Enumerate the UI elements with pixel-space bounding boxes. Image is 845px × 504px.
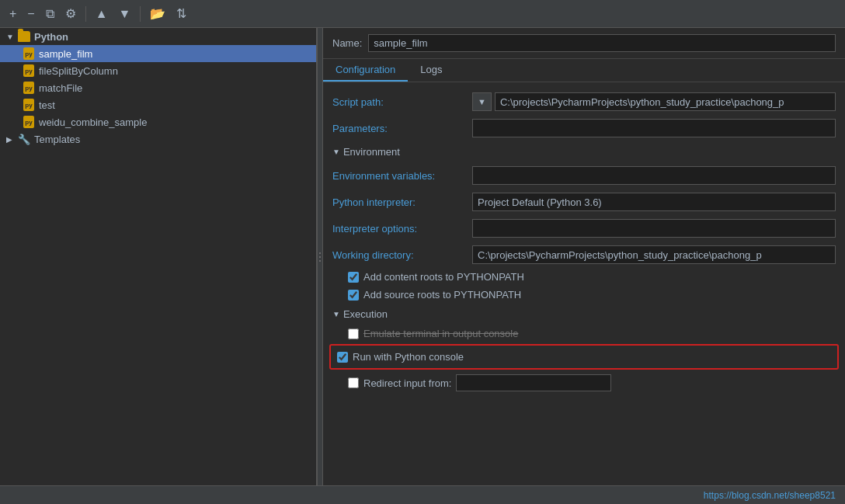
toolbar: + − ⧉ ⚙ ▲ ▼ 📂 ⇅ [0,0,845,28]
env-variables-label: Environment variables: [332,170,472,182]
py-file-icon-2: py [22,82,36,94]
interpreter-options-row: Interpreter options: [323,215,845,242]
env-variables-row: Environment variables: [323,162,845,189]
templates-arrow: ▶ [6,135,17,144]
settings-icon[interactable]: ⚙ [62,5,79,23]
tree-item-weidu[interactable]: py weidu_combine_sample [0,113,316,130]
tree-root-label: Python [34,31,68,43]
add-content-roots-row: Add content roots to PYTHONPATH [323,268,845,286]
main-area: ▼ Python py sample_film py fileSplitByCo… [0,28,845,485]
tree-item-label-3: test [39,99,55,111]
emulate-terminal-checkbox[interactable] [348,328,359,339]
script-path-input[interactable] [495,92,836,111]
run-python-console-checkbox[interactable] [337,352,348,363]
env-variables-control [472,166,836,185]
python-interpreter-row: Python interpreter: [323,189,845,215]
execution-section-header[interactable]: ▼ Execution [323,304,845,325]
config-content: Script path: ▼ Parameters: ▼ Environment [323,82,845,485]
arrow-up-icon[interactable]: ▲ [92,5,111,23]
working-directory-label: Working directory: [332,249,472,261]
parameters-row: Parameters: [323,115,845,141]
folder-icon[interactable]: 📂 [147,5,169,23]
add-content-roots-checkbox[interactable] [348,272,359,283]
emulate-terminal-row: Emulate terminal in output console [323,325,845,342]
python-interpreter-label: Python interpreter: [332,196,472,208]
parameters-input[interactable] [472,119,836,137]
tree-item-label-2: matchFile [39,82,82,94]
tree-templates-label: Templates [34,134,80,145]
interpreter-options-control [472,219,836,238]
tree-item-label-4: weidu_combine_sample [39,116,147,128]
drag-dots [319,252,321,262]
tree-item-test[interactable]: py test [0,96,316,113]
run-python-console-highlight-box: Run with Python console [329,344,839,370]
separator [85,6,86,22]
arrow-down-icon[interactable]: ▼ [116,5,134,23]
tree-item-filesplit[interactable]: py fileSplitByColumn [0,62,316,79]
tab-configuration[interactable]: Configuration [323,59,408,82]
tree-item-matchfile[interactable]: py matchFile [0,79,316,96]
interpreter-options-label: Interpreter options: [332,223,472,235]
expand-arrow: ▼ [6,33,17,41]
redirect-input-row: Redirect input from: [323,371,845,395]
tree-item-templates[interactable]: ▶ 🔧 Templates [0,130,316,148]
script-path-label: Script path: [332,96,472,108]
add-icon[interactable]: + [6,5,19,23]
environment-label: Environment [343,146,400,158]
wrench-icon: 🔧 [17,133,31,145]
bottom-bar: https://blog.csdn.net/sheep8521 [0,485,845,504]
panel-drag-handle[interactable] [317,28,323,485]
working-directory-row: Working directory: [323,242,845,268]
python-folder-icon [17,30,31,43]
add-content-roots-label: Add content roots to PYTHONPATH [363,271,524,283]
python-interpreter-control [472,193,836,211]
tree-item-label-0: sample_film [39,48,92,60]
tab-logs[interactable]: Logs [408,59,454,82]
interpreter-options-input[interactable] [472,219,836,238]
name-input[interactable] [368,34,836,52]
tree-item-label-1: fileSplitByColumn [39,65,118,77]
tree-item-sample-film[interactable]: py sample_film [0,45,316,62]
script-path-dropdown[interactable]: ▼ [472,92,492,111]
name-row: Name: [323,28,845,59]
tree-root-python[interactable]: ▼ Python [0,28,316,45]
environment-section-header[interactable]: ▼ Environment [323,141,845,162]
script-path-row: Script path: ▼ [323,89,845,115]
redirect-input-label: Redirect input from: [363,377,451,389]
py-file-icon-3: py [22,99,36,111]
tabs-bar: Configuration Logs [323,59,845,82]
env-variables-input[interactable] [472,166,836,185]
parameters-control [472,119,836,137]
redirect-input-checkbox[interactable] [348,377,359,388]
left-panel: ▼ Python py sample_film py fileSplitByCo… [0,28,317,485]
py-file-icon-0: py [22,47,36,60]
working-directory-control [472,245,836,264]
env-arrow: ▼ [332,148,340,156]
parameters-label: Parameters: [332,123,472,134]
separator2 [140,6,141,22]
run-python-console-row: Run with Python console [337,348,831,366]
url-text: https://blog.csdn.net/sheep8521 [704,490,836,501]
copy-icon[interactable]: ⧉ [43,5,57,23]
python-interpreter-input[interactable] [472,193,836,211]
execution-label: Execution [343,308,388,320]
py-file-icon-1: py [22,64,36,77]
add-source-roots-row: Add source roots to PYTHONPATH [323,286,845,304]
sort-icon[interactable]: ⇅ [173,5,190,23]
redirect-input-field[interactable] [456,374,611,391]
add-source-roots-label: Add source roots to PYTHONPATH [363,289,521,301]
add-source-roots-checkbox[interactable] [348,290,359,301]
script-path-control: ▼ [472,92,836,111]
run-python-console-label: Run with Python console [353,351,464,363]
emulate-terminal-label: Emulate terminal in output console [363,328,518,339]
exec-arrow: ▼ [332,310,340,318]
py-file-icon-4: py [22,116,36,128]
working-directory-input[interactable] [472,245,836,264]
name-label: Name: [332,37,362,49]
minus-icon[interactable]: − [24,5,37,23]
right-panel: Name: Configuration Logs Script path: ▼ … [323,28,845,485]
